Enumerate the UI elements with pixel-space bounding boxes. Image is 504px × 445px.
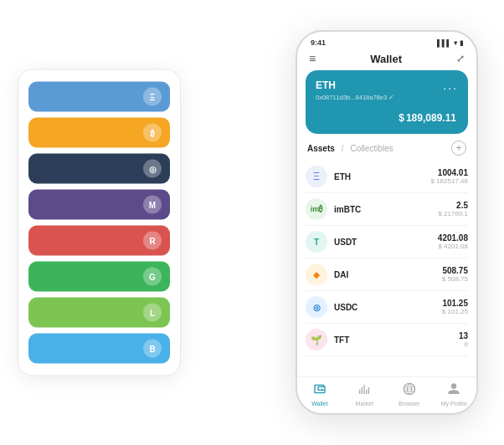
nav-profile-label: My Profile — [441, 401, 467, 407]
asset-values: 508.75 $ 508.75 — [442, 266, 468, 283]
list-item[interactable]: Ξ — [28, 82, 170, 112]
asset-name: ETH — [334, 172, 431, 182]
table-row[interactable]: ◎ USDC 101.25 $ 101.25 — [306, 291, 468, 324]
usdc-icon: ◎ — [306, 296, 327, 318]
imbtc-icon: im₿ — [306, 198, 327, 220]
asset-amount: 101.25 — [442, 299, 468, 308]
asset-usd: 0 — [459, 340, 468, 348]
asset-name: TFT — [334, 335, 459, 345]
card-icon: ◎ — [143, 160, 162, 178]
asset-name: USDT — [334, 238, 438, 247]
card-icon: M — [143, 196, 162, 214]
tab-assets[interactable]: Assets — [307, 144, 335, 153]
list-item[interactable]: ₿ — [28, 118, 170, 148]
wifi-icon: ▾ — [454, 39, 457, 47]
wallet-nav-icon — [313, 382, 327, 399]
list-item[interactable]: M — [28, 190, 170, 220]
status-bar: 9:41 ▌▌▌ ▾ ▮ — [297, 32, 476, 49]
menu-icon[interactable]: ≡ — [309, 52, 316, 65]
asset-values: 13 0 — [459, 331, 468, 348]
browser-nav-icon — [403, 382, 416, 399]
nav-wallet[interactable]: Wallet — [297, 382, 342, 407]
card-icon: L — [143, 304, 162, 322]
asset-usd: $ 21760.1 — [438, 210, 468, 217]
asset-values: 1004.01 $ 162517.48 — [431, 168, 469, 185]
table-row[interactable]: 🌱 TFT 13 0 — [306, 324, 468, 356]
card-icon: G — [143, 268, 162, 286]
asset-usd: $ 101.25 — [442, 308, 468, 315]
card-icon: Ξ — [143, 88, 162, 106]
nav-wallet-label: Wallet — [311, 401, 327, 407]
list-item[interactable]: R — [28, 226, 170, 256]
balance-prefix: $ — [399, 112, 404, 124]
profile-nav-icon — [447, 382, 460, 399]
eth-card[interactable]: ETH ... 0x08711d3b...8418a78e3 ✓ $189,08… — [306, 70, 468, 134]
asset-name: DAI — [334, 270, 442, 279]
nav-browser[interactable]: Browser — [387, 382, 432, 407]
tft-icon: 🌱 — [306, 329, 327, 350]
usdt-icon: T — [306, 231, 327, 253]
asset-name: USDC — [334, 303, 442, 312]
status-icons: ▌▌▌ ▾ ▮ — [437, 39, 463, 47]
list-item[interactable]: L — [28, 298, 170, 328]
asset-amount: 13 — [459, 331, 468, 340]
phone-frame: 9:41 ▌▌▌ ▾ ▮ ≡ Wallet ⤢ ETH ... 0x08711d… — [296, 30, 478, 415]
nav-market-label: Market — [356, 401, 373, 407]
asset-amount: 508.75 — [442, 266, 468, 275]
bottom-nav: Wallet Market Browser My Profile — [297, 376, 476, 413]
balance-amount: 189,089.11 — [406, 112, 456, 124]
asset-amount: 2.5 — [438, 201, 468, 210]
page-title: Wallet — [370, 53, 402, 65]
table-row[interactable]: ◈ DAI 508.75 $ 508.75 — [306, 258, 468, 291]
asset-amount: 1004.01 — [431, 168, 469, 177]
table-row[interactable]: im₿ imBTC 2.5 $ 21760.1 — [306, 193, 468, 226]
card-icon: R — [143, 232, 162, 250]
table-row[interactable]: Ξ ETH 1004.01 $ 162517.48 — [306, 161, 468, 193]
table-row[interactable]: T USDT 4201.08 $ 4201.08 — [306, 226, 468, 258]
asset-name: imBTC — [334, 205, 438, 214]
expand-icon[interactable]: ⤢ — [456, 53, 465, 64]
scene: Ξ ₿ ◎ M R G L B 9:41 ▌▌▌ ▾ — [9, 9, 495, 436]
tab-collectibles[interactable]: Collectibles — [351, 144, 393, 153]
signal-icon: ▌▌▌ — [437, 39, 451, 47]
card-icon: ₿ — [143, 124, 162, 142]
tab-separator: / — [342, 144, 344, 153]
list-item[interactable]: G — [28, 262, 170, 292]
eth-symbol: ETH — [316, 79, 336, 91]
asset-values: 4201.08 $ 4201.08 — [438, 233, 468, 250]
nav-profile[interactable]: My Profile — [432, 382, 477, 407]
status-time: 9:41 — [311, 38, 326, 47]
phone-header: ≡ Wallet ⤢ — [297, 49, 476, 70]
asset-values: 2.5 $ 21760.1 — [438, 201, 468, 217]
eth-card-top: ETH ... — [316, 79, 458, 92]
assets-header: Assets / Collectibles + — [297, 141, 476, 161]
asset-values: 101.25 $ 101.25 — [442, 299, 468, 315]
eth-icon: Ξ — [306, 166, 327, 187]
dai-icon: ◈ — [306, 263, 327, 285]
asset-usd: $ 162517.48 — [431, 177, 469, 185]
eth-card-menu[interactable]: ... — [443, 79, 458, 92]
card-stack: Ξ ₿ ◎ M R G L B — [18, 69, 181, 376]
card-icon: B — [143, 340, 162, 358]
asset-usd: $ 508.75 — [442, 275, 468, 283]
nav-browser-label: Browser — [399, 401, 420, 407]
eth-balance: $189,089.11 — [316, 106, 458, 125]
assets-tabs: Assets / Collectibles — [307, 144, 393, 153]
market-nav-icon — [357, 382, 371, 399]
asset-amount: 4201.08 — [438, 233, 468, 243]
asset-list: Ξ ETH 1004.01 $ 162517.48 im₿ imBTC 2.5 … — [297, 161, 476, 376]
list-item[interactable]: ◎ — [28, 154, 170, 184]
list-item[interactable]: B — [28, 334, 170, 364]
battery-icon: ▮ — [460, 39, 463, 47]
add-asset-button[interactable]: + — [451, 141, 466, 156]
nav-market[interactable]: Market — [342, 382, 388, 407]
asset-usd: $ 4201.08 — [438, 243, 468, 250]
eth-address: 0x08711d3b...8418a78e3 ✓ — [316, 94, 458, 101]
